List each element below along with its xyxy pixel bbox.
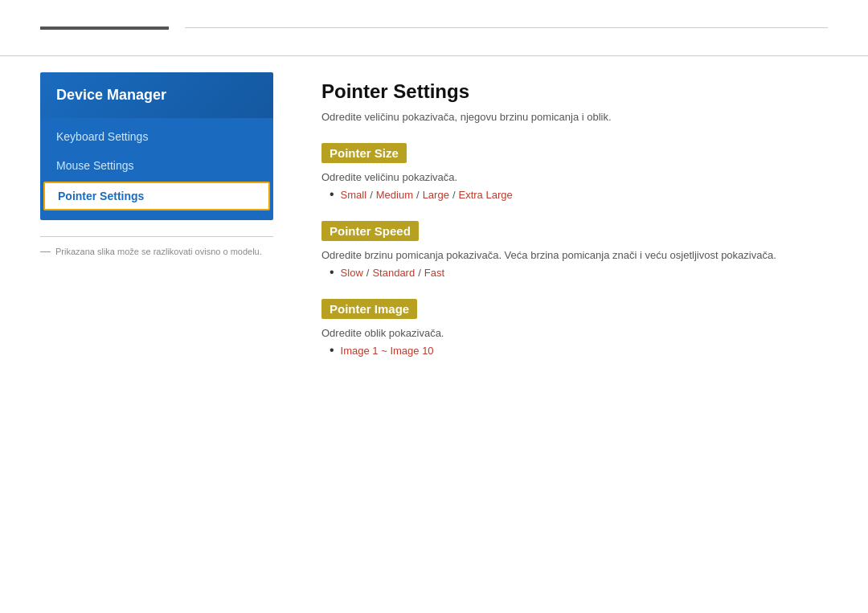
sidebar-note: — Prikazana slika može se razlikovati ov… — [40, 236, 273, 265]
sidebar-item-label-pointer: Pointer Settings — [58, 190, 144, 202]
sidebar-item-mouse[interactable]: Mouse Settings — [40, 151, 273, 180]
sidebar-menu: Keyboard Settings Mouse Settings Pointer… — [40, 118, 273, 220]
bullet-pointer-image: • — [330, 344, 334, 357]
main-layout: Device Manager Keyboard Settings Mouse S… — [0, 56, 868, 401]
option-medium[interactable]: Medium — [376, 189, 413, 201]
section-pointer-speed: Pointer Speed Odredite brzinu pomicanja … — [321, 221, 812, 279]
section-title-pointer-speed: Pointer Speed — [321, 221, 419, 241]
top-bar-divider — [185, 27, 828, 28]
content-area: Pointer Settings Odredite veličinu pokaz… — [305, 72, 828, 385]
sidebar-item-keyboard[interactable]: Keyboard Settings — [40, 122, 273, 151]
section-options-pointer-size: • Small / Medium / Large / Extra Large — [321, 188, 812, 201]
option-small[interactable]: Small — [341, 189, 367, 201]
section-pointer-size: Pointer Size Odredite veličinu pokazivač… — [321, 143, 812, 201]
option-standard[interactable]: Standard — [372, 267, 415, 279]
page-description: Odredite veličinu pokazivača, njegovu br… — [321, 111, 812, 123]
top-bar — [0, 0, 868, 56]
option-slow[interactable]: Slow — [341, 267, 363, 279]
section-title-pointer-size: Pointer Size — [321, 143, 407, 163]
option-large[interactable]: Large — [423, 189, 449, 201]
section-pointer-image: Pointer Image Odredite oblik pokazivača.… — [321, 299, 812, 357]
sidebar: Device Manager Keyboard Settings Mouse S… — [40, 72, 273, 385]
section-options-pointer-image: • Image 1 ~ Image 10 — [321, 344, 812, 357]
page-title: Pointer Settings — [321, 80, 812, 103]
top-bar-accent-line — [40, 27, 169, 30]
option-fast[interactable]: Fast — [424, 267, 444, 279]
option-extra-large[interactable]: Extra Large — [459, 189, 513, 201]
sidebar-item-label-keyboard: Keyboard Settings — [56, 130, 148, 143]
sidebar-note-dash: — — [40, 245, 51, 257]
section-desc-pointer-image: Odredite oblik pokazivača. — [321, 327, 812, 339]
sidebar-note-text: Prikazana slika može se razlikovati ovis… — [55, 247, 262, 256]
sidebar-item-label-mouse: Mouse Settings — [56, 159, 134, 172]
section-title-pointer-image: Pointer Image — [321, 299, 417, 319]
section-desc-pointer-speed: Odredite brzinu pomicanja pokazivača. Ve… — [321, 249, 812, 261]
section-options-pointer-speed: • Slow / Standard / Fast — [321, 266, 812, 279]
bullet-pointer-speed: • — [330, 266, 334, 279]
bullet-pointer-size: • — [330, 188, 334, 201]
sidebar-header: Device Manager — [40, 72, 273, 118]
option-image-range[interactable]: Image 1 ~ Image 10 — [341, 345, 434, 357]
section-desc-pointer-size: Odredite veličinu pokazivača. — [321, 171, 812, 183]
sidebar-item-pointer[interactable]: Pointer Settings — [43, 182, 270, 210]
